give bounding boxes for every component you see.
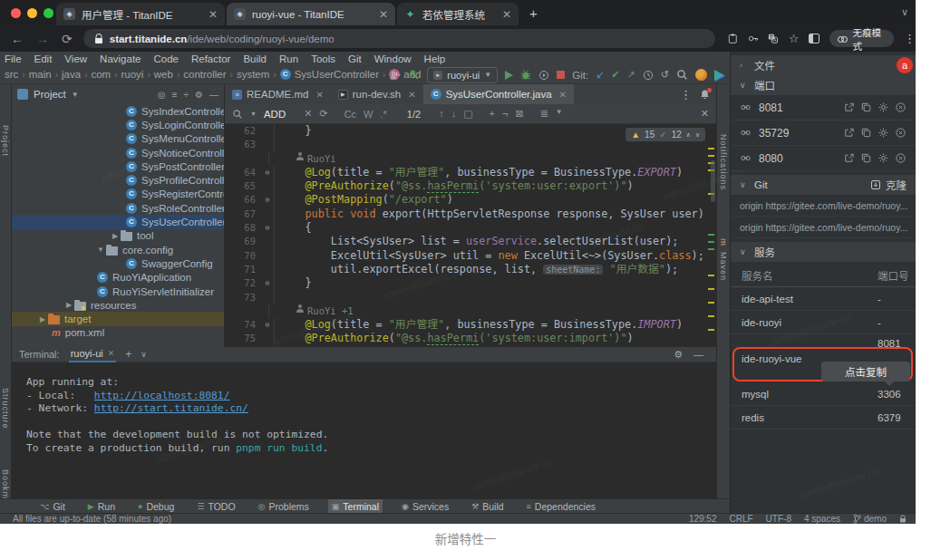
services-section-header[interactable]: ∨ 服务 bbox=[731, 242, 916, 262]
tree-item-tool[interactable]: ▶tool bbox=[12, 229, 224, 243]
add-selection-icon[interactable]: + bbox=[490, 108, 495, 120]
tool-window-build[interactable]: ⚒Build bbox=[468, 499, 507, 513]
breadcrumb-segment[interactable]: system bbox=[237, 69, 269, 80]
menu-item-tools[interactable]: Tools bbox=[311, 53, 335, 64]
copy-icon[interactable] bbox=[860, 127, 872, 139]
chevron-down-icon[interactable]: ▼ bbox=[72, 91, 79, 99]
search-icon[interactable] bbox=[676, 69, 688, 81]
filter-funnel-icon[interactable]: ▼ bbox=[556, 108, 563, 120]
expand-icon[interactable]: ÷ bbox=[184, 90, 189, 100]
breadcrumb-segment[interactable]: com bbox=[91, 69, 111, 80]
menu-item-help[interactable]: Help bbox=[424, 53, 446, 64]
code-line[interactable]: 70 ExcelUtil<SysUser> util = new ExcelUt… bbox=[225, 249, 716, 263]
tool-window-services[interactable]: ◉Services bbox=[398, 499, 452, 513]
menu-item-edit[interactable]: Edit bbox=[34, 53, 53, 64]
tree-item-SysNoticeController[interactable]: CSysNoticeController bbox=[12, 146, 224, 159]
chevron-right-icon[interactable]: ▶ bbox=[37, 315, 48, 323]
minimize-window-button[interactable] bbox=[27, 8, 37, 18]
menu-item-git[interactable]: Git bbox=[348, 53, 362, 64]
tool-strip-structure-label[interactable]: Structure bbox=[1, 388, 10, 430]
browser-tab-1[interactable]: ◈ 用户管理 - TitanIDE ✕ bbox=[56, 3, 225, 25]
tool-strip-project-label[interactable]: Project bbox=[1, 125, 10, 157]
debug-bug-icon[interactable] bbox=[520, 69, 531, 81]
git-push-icon[interactable]: ↗ bbox=[627, 69, 635, 81]
gear-icon[interactable] bbox=[878, 127, 889, 139]
browser-tab-3[interactable]: ✦ 若依管理系统 ✕ bbox=[397, 3, 519, 25]
code-line[interactable]: 66⊖ @PostMapping("/export") bbox=[225, 193, 716, 207]
rollback-icon[interactable]: ↺ bbox=[661, 69, 669, 81]
copy-tooltip[interactable]: 点击复制 bbox=[821, 362, 910, 381]
menu-item-window[interactable]: Window bbox=[374, 53, 412, 64]
menu-item-code[interactable]: Code bbox=[153, 53, 179, 64]
tool-window-todo[interactable]: ☰TODO bbox=[193, 499, 238, 513]
editor-tab-sysusercontroller[interactable]: C SysUserController.java✕ bbox=[423, 84, 574, 104]
breadcrumb-segment[interactable]: java bbox=[62, 69, 81, 80]
code-line[interactable]: 67 public void export(HttpServletRespons… bbox=[225, 208, 716, 221]
fold-marker[interactable]: ⊖ bbox=[261, 193, 275, 207]
new-tab-button[interactable]: + bbox=[529, 5, 538, 21]
avatar-badge[interactable]: a bbox=[897, 57, 913, 73]
tree-item-SysRoleController[interactable]: CSysRoleController bbox=[12, 201, 224, 215]
menu-item-view[interactable]: View bbox=[64, 53, 87, 64]
open-external-icon[interactable] bbox=[843, 127, 855, 139]
history-clock-icon[interactable] bbox=[643, 70, 654, 81]
close-tab-icon[interactable]: ✕ bbox=[209, 8, 218, 21]
git-branch-widget[interactable]: demo bbox=[853, 514, 887, 524]
tree-item-resources[interactable]: ▶resources bbox=[12, 298, 224, 312]
tab-list-chevron-icon[interactable]: ∨ bbox=[901, 6, 908, 18]
filter-search-icon[interactable]: ¬ bbox=[502, 108, 508, 120]
address-bar[interactable]: start.titanide.cn/ide/web/coding/ruoyi-v… bbox=[83, 29, 716, 48]
tree-item-SysRegisterController[interactable]: CSysRegisterController bbox=[12, 188, 224, 201]
run-config-select[interactable]: ▸ ruoyi-ui ▼ bbox=[427, 67, 498, 83]
code-line[interactable]: 69 List<SysUser> list = userService.sele… bbox=[225, 235, 716, 248]
chevron-down-icon[interactable]: ▼ bbox=[95, 246, 106, 254]
close-tab-icon[interactable]: ✕ bbox=[408, 90, 415, 100]
browser-menu-icon[interactable]: ⋮ bbox=[904, 32, 916, 45]
locate-file-icon[interactable]: ◎ bbox=[158, 90, 166, 100]
fold-marker[interactable]: ⊖ bbox=[261, 221, 275, 235]
open-external-icon[interactable] bbox=[843, 152, 855, 164]
build-hammer-icon[interactable] bbox=[408, 69, 420, 81]
browser-tab-2[interactable]: ◈ ruoyi-vue - TitanIDE ✕ bbox=[227, 3, 395, 25]
git-origin-row[interactable]: origin https://gitee.com/live-demo/ruoy.… bbox=[731, 217, 916, 238]
close-tab-icon[interactable]: ✕ bbox=[559, 90, 567, 100]
search-options-icon[interactable]: ≣ bbox=[540, 108, 548, 120]
breadcrumb-class[interactable]: SysUserController bbox=[295, 69, 379, 80]
fold-marker[interactable]: ⊖ bbox=[261, 166, 275, 179]
editor-options-icon[interactable]: ⋮ bbox=[680, 88, 692, 101]
fold-marker[interactable]: ⊖ bbox=[261, 318, 275, 332]
tool-window-dependencies[interactable]: ≡Dependencies bbox=[523, 499, 599, 513]
caret-position[interactable]: 129:52 bbox=[689, 514, 717, 524]
tree-item-SysUserController[interactable]: CSysUserController bbox=[12, 215, 224, 228]
select-all-matches-icon[interactable]: ▢ bbox=[463, 108, 472, 120]
new-terminal-icon[interactable]: + bbox=[125, 348, 131, 361]
lock-icon[interactable] bbox=[899, 515, 907, 524]
tree-item-SysLoginController[interactable]: CSysLoginController bbox=[12, 118, 224, 131]
copy-icon[interactable] bbox=[860, 101, 872, 113]
git-section-header[interactable]: ∨ Git 克隆 bbox=[731, 175, 916, 195]
regex-toggle[interactable]: .* bbox=[381, 109, 387, 120]
tool-window-terminal[interactable]: ▣Terminal bbox=[328, 499, 383, 513]
chevron-right-icon[interactable]: ▶ bbox=[63, 301, 74, 309]
terminal-settings-gear-icon[interactable]: ⚙ bbox=[674, 349, 683, 361]
close-tab-icon[interactable]: ✕ bbox=[315, 90, 323, 100]
menu-item-build[interactable]: Build bbox=[243, 53, 267, 64]
tool-window-run[interactable]: ▶Run bbox=[84, 499, 119, 513]
code-line[interactable]: 65 @PreAuthorize("@ss.hasPermi('system:u… bbox=[225, 179, 716, 193]
code-line[interactable]: 64⊖ @Log(title = "用户管理", businessType = … bbox=[225, 166, 716, 179]
fold-marker[interactable]: ⊖ bbox=[261, 276, 275, 290]
tree-item-SwaggerConfig[interactable]: CSwaggerConfig bbox=[12, 256, 224, 270]
tool-window-debug[interactable]: ●Debug bbox=[134, 499, 178, 513]
breadcrumb-segment[interactable]: main bbox=[29, 69, 52, 80]
password-key-icon[interactable] bbox=[748, 33, 758, 44]
back-button[interactable]: ← bbox=[11, 32, 24, 46]
refresh-search-icon[interactable]: ⟳ bbox=[319, 108, 327, 120]
whole-word-toggle[interactable]: W bbox=[364, 109, 373, 120]
chevron-right-icon[interactable]: ▶ bbox=[110, 232, 121, 240]
close-circle-icon[interactable] bbox=[895, 152, 907, 164]
editor-tab-readme[interactable]: ≡ README.md✕ bbox=[225, 84, 331, 104]
code-editor[interactable]: 62 }63RuoYi64⊖ @Log(title = "用户管理", busi… bbox=[225, 124, 716, 347]
hide-panel-icon[interactable]: — bbox=[209, 90, 218, 100]
menu-item-file[interactable]: File bbox=[5, 53, 22, 64]
breadcrumb-segment[interactable]: ruoyi bbox=[121, 69, 144, 80]
